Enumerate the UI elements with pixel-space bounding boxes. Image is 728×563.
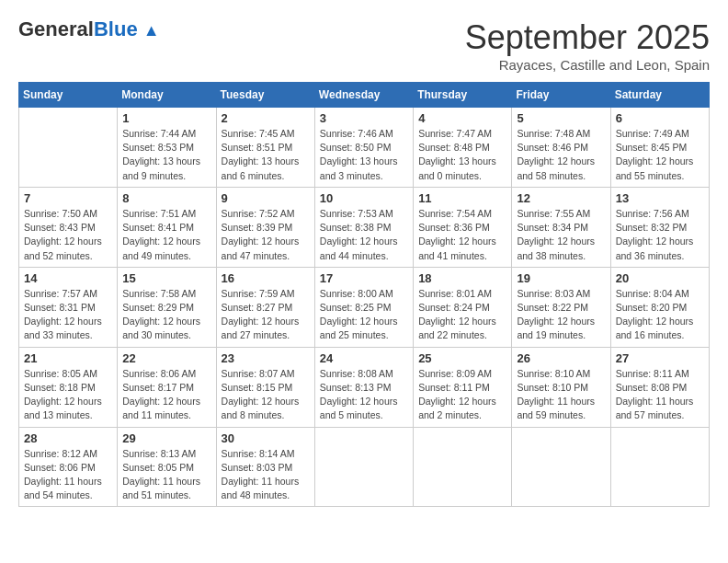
day-number: 15 bbox=[122, 271, 210, 285]
day-info: Sunrise: 8:13 AMSunset: 8:05 PMDaylight:… bbox=[122, 447, 210, 503]
day-info: Sunrise: 8:01 AMSunset: 8:24 PMDaylight:… bbox=[418, 287, 506, 343]
calendar-cell: 25Sunrise: 8:09 AMSunset: 8:11 PMDayligh… bbox=[414, 347, 512, 427]
logo-text: GeneralBlue ▲ bbox=[18, 18, 160, 40]
calendar-week-row: 28Sunrise: 8:12 AMSunset: 8:06 PMDayligh… bbox=[19, 427, 710, 507]
day-info: Sunrise: 7:45 AMSunset: 8:51 PMDaylight:… bbox=[222, 127, 310, 183]
calendar-cell bbox=[414, 427, 512, 507]
day-info: Sunrise: 7:57 AMSunset: 8:31 PMDaylight:… bbox=[24, 287, 112, 343]
day-number: 16 bbox=[222, 271, 310, 285]
calendar-cell: 29Sunrise: 8:13 AMSunset: 8:05 PMDayligh… bbox=[118, 427, 216, 507]
weekday-header-cell: Monday bbox=[118, 83, 216, 108]
calendar-cell: 7Sunrise: 7:50 AMSunset: 8:43 PMDaylight… bbox=[19, 187, 118, 267]
day-number: 24 bbox=[320, 351, 408, 365]
day-number: 20 bbox=[616, 271, 704, 285]
day-info: Sunrise: 8:12 AMSunset: 8:06 PMDaylight:… bbox=[24, 447, 112, 503]
calendar-cell: 9Sunrise: 7:52 AMSunset: 8:39 PMDaylight… bbox=[216, 187, 314, 267]
calendar-cell: 26Sunrise: 8:10 AMSunset: 8:10 PMDayligh… bbox=[512, 347, 610, 427]
day-info: Sunrise: 7:51 AMSunset: 8:41 PMDaylight:… bbox=[122, 207, 210, 263]
day-number: 7 bbox=[24, 191, 112, 205]
day-number: 1 bbox=[122, 111, 210, 125]
day-number: 8 bbox=[122, 191, 210, 205]
day-number: 21 bbox=[24, 351, 112, 365]
calendar-cell: 8Sunrise: 7:51 AMSunset: 8:41 PMDaylight… bbox=[118, 187, 216, 267]
calendar-cell: 16Sunrise: 7:59 AMSunset: 8:27 PMDayligh… bbox=[216, 267, 314, 347]
day-info: Sunrise: 8:00 AMSunset: 8:25 PMDaylight:… bbox=[320, 287, 408, 343]
day-info: Sunrise: 7:56 AMSunset: 8:32 PMDaylight:… bbox=[616, 207, 704, 263]
day-number: 4 bbox=[418, 111, 506, 125]
day-info: Sunrise: 8:07 AMSunset: 8:15 PMDaylight:… bbox=[222, 367, 310, 423]
day-info: Sunrise: 7:59 AMSunset: 8:27 PMDaylight:… bbox=[222, 287, 310, 343]
calendar-cell: 3Sunrise: 7:46 AMSunset: 8:50 PMDaylight… bbox=[314, 108, 413, 188]
calendar-cell: 17Sunrise: 8:00 AMSunset: 8:25 PMDayligh… bbox=[314, 267, 413, 347]
day-info: Sunrise: 8:04 AMSunset: 8:20 PMDaylight:… bbox=[616, 287, 704, 343]
calendar-cell: 22Sunrise: 8:06 AMSunset: 8:17 PMDayligh… bbox=[118, 347, 216, 427]
calendar-week-row: 7Sunrise: 7:50 AMSunset: 8:43 PMDaylight… bbox=[19, 187, 710, 267]
day-number: 27 bbox=[616, 351, 704, 365]
day-number: 12 bbox=[517, 191, 605, 205]
calendar-cell: 1Sunrise: 7:44 AMSunset: 8:53 PMDaylight… bbox=[118, 108, 216, 188]
day-number: 6 bbox=[616, 111, 704, 125]
calendar-cell: 13Sunrise: 7:56 AMSunset: 8:32 PMDayligh… bbox=[610, 187, 709, 267]
day-number: 11 bbox=[418, 191, 506, 205]
day-info: Sunrise: 8:10 AMSunset: 8:10 PMDaylight:… bbox=[517, 367, 605, 423]
calendar-cell bbox=[610, 427, 709, 507]
day-info: Sunrise: 8:11 AMSunset: 8:08 PMDaylight:… bbox=[616, 367, 704, 423]
day-number: 29 bbox=[122, 431, 210, 445]
calendar-cell: 15Sunrise: 7:58 AMSunset: 8:29 PMDayligh… bbox=[118, 267, 216, 347]
day-info: Sunrise: 7:53 AMSunset: 8:38 PMDaylight:… bbox=[320, 207, 408, 263]
page-header: GeneralBlue ▲ September 2025 Rayaces, Ca… bbox=[18, 18, 710, 73]
day-info: Sunrise: 7:58 AMSunset: 8:29 PMDaylight:… bbox=[122, 287, 210, 343]
calendar-cell bbox=[512, 427, 610, 507]
calendar-cell: 4Sunrise: 7:47 AMSunset: 8:48 PMDaylight… bbox=[414, 108, 512, 188]
day-info: Sunrise: 7:44 AMSunset: 8:53 PMDaylight:… bbox=[122, 127, 210, 183]
month-title: September 2025 bbox=[465, 18, 710, 57]
weekday-header-row: SundayMondayTuesdayWednesdayThursdayFrid… bbox=[19, 83, 710, 108]
calendar-cell: 30Sunrise: 8:14 AMSunset: 8:03 PMDayligh… bbox=[216, 427, 314, 507]
day-number: 28 bbox=[24, 431, 112, 445]
calendar-body: 1Sunrise: 7:44 AMSunset: 8:53 PMDaylight… bbox=[19, 108, 710, 507]
day-info: Sunrise: 8:05 AMSunset: 8:18 PMDaylight:… bbox=[24, 367, 112, 423]
title-block: September 2025 Rayaces, Castille and Leo… bbox=[465, 18, 710, 73]
calendar-table: SundayMondayTuesdayWednesdayThursdayFrid… bbox=[18, 82, 710, 507]
calendar-week-row: 14Sunrise: 7:57 AMSunset: 8:31 PMDayligh… bbox=[19, 267, 710, 347]
calendar-cell: 27Sunrise: 8:11 AMSunset: 8:08 PMDayligh… bbox=[610, 347, 709, 427]
calendar-cell bbox=[314, 427, 413, 507]
calendar-cell: 14Sunrise: 7:57 AMSunset: 8:31 PMDayligh… bbox=[19, 267, 118, 347]
day-info: Sunrise: 8:03 AMSunset: 8:22 PMDaylight:… bbox=[517, 287, 605, 343]
day-number: 10 bbox=[320, 191, 408, 205]
weekday-header-cell: Wednesday bbox=[314, 83, 413, 108]
calendar-cell: 20Sunrise: 8:04 AMSunset: 8:20 PMDayligh… bbox=[610, 267, 709, 347]
day-info: Sunrise: 7:50 AMSunset: 8:43 PMDaylight:… bbox=[24, 207, 112, 263]
day-info: Sunrise: 7:49 AMSunset: 8:45 PMDaylight:… bbox=[616, 127, 704, 183]
calendar-cell: 21Sunrise: 8:05 AMSunset: 8:18 PMDayligh… bbox=[19, 347, 118, 427]
calendar-cell: 23Sunrise: 8:07 AMSunset: 8:15 PMDayligh… bbox=[216, 347, 314, 427]
calendar-cell: 10Sunrise: 7:53 AMSunset: 8:38 PMDayligh… bbox=[314, 187, 413, 267]
day-number: 13 bbox=[616, 191, 704, 205]
day-info: Sunrise: 7:47 AMSunset: 8:48 PMDaylight:… bbox=[418, 127, 506, 183]
calendar-cell: 11Sunrise: 7:54 AMSunset: 8:36 PMDayligh… bbox=[414, 187, 512, 267]
day-info: Sunrise: 7:52 AMSunset: 8:39 PMDaylight:… bbox=[222, 207, 310, 263]
logo-bird-icon: ▲ bbox=[143, 21, 160, 40]
day-info: Sunrise: 7:54 AMSunset: 8:36 PMDaylight:… bbox=[418, 207, 506, 263]
calendar-cell: 24Sunrise: 8:08 AMSunset: 8:13 PMDayligh… bbox=[314, 347, 413, 427]
day-info: Sunrise: 8:06 AMSunset: 8:17 PMDaylight:… bbox=[122, 367, 210, 423]
calendar-week-row: 21Sunrise: 8:05 AMSunset: 8:18 PMDayligh… bbox=[19, 347, 710, 427]
day-info: Sunrise: 7:46 AMSunset: 8:50 PMDaylight:… bbox=[320, 127, 408, 183]
day-info: Sunrise: 7:48 AMSunset: 8:46 PMDaylight:… bbox=[517, 127, 605, 183]
calendar-cell bbox=[19, 108, 118, 188]
calendar-cell: 28Sunrise: 8:12 AMSunset: 8:06 PMDayligh… bbox=[19, 427, 118, 507]
day-number: 22 bbox=[122, 351, 210, 365]
calendar-cell: 5Sunrise: 7:48 AMSunset: 8:46 PMDaylight… bbox=[512, 108, 610, 188]
weekday-header-cell: Thursday bbox=[414, 83, 512, 108]
location-subtitle: Rayaces, Castille and Leon, Spain bbox=[465, 57, 710, 73]
day-number: 17 bbox=[320, 271, 408, 285]
day-number: 23 bbox=[222, 351, 310, 365]
day-info: Sunrise: 8:14 AMSunset: 8:03 PMDaylight:… bbox=[222, 447, 310, 503]
calendar-cell: 12Sunrise: 7:55 AMSunset: 8:34 PMDayligh… bbox=[512, 187, 610, 267]
day-number: 2 bbox=[222, 111, 310, 125]
day-number: 9 bbox=[222, 191, 310, 205]
day-number: 3 bbox=[320, 111, 408, 125]
day-number: 19 bbox=[517, 271, 605, 285]
calendar-cell: 6Sunrise: 7:49 AMSunset: 8:45 PMDaylight… bbox=[610, 108, 709, 188]
day-number: 25 bbox=[418, 351, 506, 365]
